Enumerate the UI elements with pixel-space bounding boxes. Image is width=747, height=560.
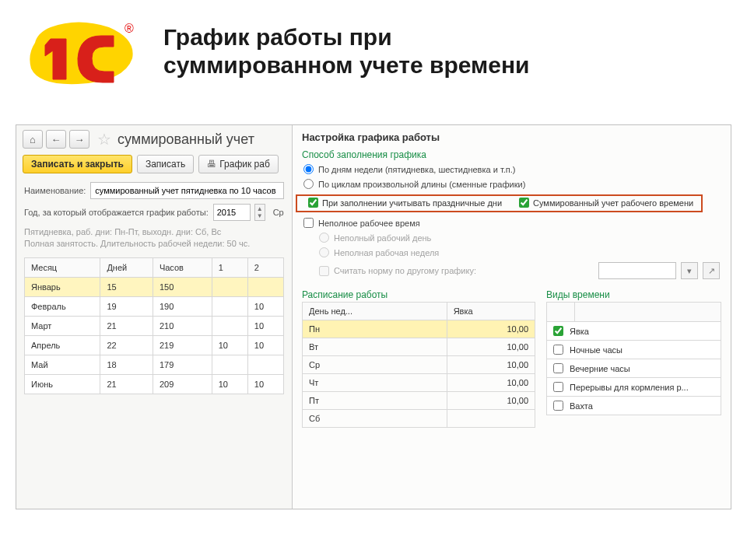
- print-schedule-button[interactable]: 🖶График раб: [198, 155, 279, 173]
- work-schedule-table[interactable]: День нед...Явка Пн10,00Вт10,00Ср10,00Чт1…: [302, 302, 535, 428]
- fill-by-cycle-radio[interactable]: [303, 179, 314, 189]
- time-type-row[interactable]: Вахта: [546, 397, 721, 415]
- fill-by-week-label: По дням недели (пятидневка, шестидневка …: [318, 165, 515, 174]
- time-type-row[interactable]: Вечерние часы: [546, 359, 721, 378]
- months-cell[interactable]: 10: [247, 296, 283, 316]
- months-cell[interactable]: Май: [25, 355, 100, 374]
- schedule-row[interactable]: Пт10,00: [303, 392, 535, 410]
- months-cell[interactable]: 10: [212, 374, 247, 394]
- months-cell[interactable]: [212, 355, 247, 374]
- months-cell[interactable]: [212, 296, 247, 316]
- months-cell[interactable]: 15: [100, 277, 153, 296]
- consider-holidays-checkbox[interactable]: [308, 198, 318, 208]
- save-and-close-button[interactable]: Записать и закрыть: [23, 155, 132, 173]
- fill-by-week-option[interactable]: По дням недели (пятидневка, шестидневка …: [293, 162, 731, 177]
- save-button[interactable]: Записать: [137, 155, 194, 173]
- months-cell[interactable]: 10: [212, 335, 247, 355]
- schedule-value-cell[interactable]: 10,00: [447, 392, 535, 410]
- months-cell[interactable]: 210: [153, 316, 212, 335]
- months-col-header[interactable]: Дней: [100, 257, 153, 277]
- months-cell[interactable]: [212, 277, 247, 296]
- months-cell[interactable]: 22: [100, 335, 153, 355]
- fill-by-week-radio[interactable]: [303, 164, 314, 174]
- time-type-checkbox[interactable]: [553, 326, 563, 336]
- norm-other-schedule-row: Считать норму по другому графику: ▾ ↗: [293, 260, 731, 282]
- schedule-day-cell[interactable]: Пт: [303, 392, 447, 410]
- months-row[interactable]: Февраль1919010: [25, 296, 284, 316]
- consider-holidays-option[interactable]: При заполнении учитывать праздничные дни: [308, 198, 502, 208]
- months-table[interactable]: МесяцДнейЧасов12 Январь15150Февраль19190…: [24, 257, 284, 394]
- months-cell[interactable]: Февраль: [25, 296, 100, 316]
- months-row[interactable]: Май18179: [25, 355, 284, 374]
- svg-text:®: ®: [124, 22, 134, 35]
- summarized-time-checkbox[interactable]: [519, 198, 529, 208]
- schedule-day-cell[interactable]: Сб: [303, 410, 447, 428]
- time-type-row[interactable]: Перерывы для кормления р...: [546, 378, 721, 397]
- schedule-row[interactable]: Вт10,00: [303, 338, 535, 356]
- months-cell[interactable]: Январь: [25, 277, 100, 296]
- months-row[interactable]: Июнь212091010: [25, 374, 284, 394]
- months-cell[interactable]: 209: [153, 374, 212, 394]
- months-cell[interactable]: 18: [100, 355, 153, 374]
- home-button[interactable]: ⌂: [23, 130, 43, 149]
- months-cell[interactable]: [247, 355, 283, 374]
- partday-option: Неполный рабочий день: [293, 230, 731, 245]
- schedule-day-cell[interactable]: Ср: [303, 356, 447, 374]
- months-row[interactable]: Январь15150: [25, 277, 284, 296]
- months-cell[interactable]: 10: [247, 316, 283, 335]
- schedule-day-cell[interactable]: Чт: [303, 374, 447, 392]
- schedule-row[interactable]: Чт10,00: [303, 374, 535, 392]
- months-cell[interactable]: Июнь: [25, 374, 100, 394]
- months-cell[interactable]: 21: [100, 316, 153, 335]
- schedule-row[interactable]: Ср10,00: [303, 356, 535, 374]
- name-input[interactable]: [90, 182, 284, 199]
- favorite-icon[interactable]: ☆: [97, 130, 111, 149]
- months-col-header[interactable]: 2: [247, 257, 283, 277]
- year-spinner[interactable]: ▲▼: [254, 204, 265, 221]
- time-type-checkbox[interactable]: [553, 363, 563, 373]
- months-cell[interactable]: 150: [153, 277, 212, 296]
- months-cell[interactable]: 10: [247, 335, 283, 355]
- time-type-row[interactable]: Ночные часы: [546, 341, 721, 359]
- months-cell[interactable]: Март: [25, 316, 100, 335]
- year-label: Год, за который отображается график рабо…: [24, 208, 209, 217]
- months-cell[interactable]: 190: [153, 296, 212, 316]
- months-cell[interactable]: [212, 316, 247, 335]
- schedule-col-header[interactable]: День нед...: [303, 303, 447, 320]
- schedule-col-header[interactable]: Явка: [447, 303, 535, 320]
- months-cell[interactable]: 219: [153, 335, 212, 355]
- months-row[interactable]: Апрель222191010: [25, 335, 284, 355]
- schedule-day-cell[interactable]: Вт: [303, 338, 447, 356]
- time-type-checkbox[interactable]: [553, 401, 563, 411]
- forward-button[interactable]: →: [69, 130, 89, 149]
- time-type-row[interactable]: Явка: [546, 322, 721, 341]
- schedule-row[interactable]: Пн10,00: [303, 320, 535, 338]
- months-cell[interactable]: 179: [153, 355, 212, 374]
- months-col-header[interactable]: Часов: [153, 257, 212, 277]
- parttime-checkbox[interactable]: [303, 218, 314, 228]
- back-button[interactable]: ←: [46, 130, 66, 149]
- app-window: ⌂ ← → ☆ суммированный учет Записать и за…: [16, 124, 731, 509]
- schedule-row[interactable]: Сб: [303, 410, 535, 428]
- summarized-time-option[interactable]: Суммированный учет рабочего времени: [519, 198, 693, 208]
- parttime-option[interactable]: Неполное рабочее время: [293, 215, 731, 230]
- schedule-value-cell[interactable]: 10,00: [447, 320, 535, 338]
- schedule-value-cell[interactable]: 10,00: [447, 338, 535, 356]
- months-col-header[interactable]: Месяц: [25, 257, 100, 277]
- months-col-header[interactable]: 1: [212, 257, 247, 277]
- schedule-value-cell[interactable]: [447, 410, 535, 428]
- year-input[interactable]: [213, 204, 251, 221]
- months-cell[interactable]: 10: [247, 374, 283, 394]
- time-type-checkbox[interactable]: [553, 345, 563, 355]
- schedule-value-cell[interactable]: 10,00: [447, 356, 535, 374]
- fill-by-cycle-option[interactable]: По циклам произвольной длины (сменные гр…: [293, 177, 731, 191]
- time-type-checkbox[interactable]: [553, 382, 563, 392]
- schedule-value-cell[interactable]: 10,00: [447, 374, 535, 392]
- schedule-day-cell[interactable]: Пн: [303, 320, 447, 338]
- months-cell[interactable]: [247, 277, 283, 296]
- months-cell[interactable]: Апрель: [25, 335, 100, 355]
- months-cell[interactable]: 21: [100, 374, 153, 394]
- months-cell[interactable]: 19: [100, 296, 153, 316]
- months-row[interactable]: Март2121010: [25, 316, 284, 335]
- time-type-label: Перерывы для кормления р...: [570, 383, 689, 392]
